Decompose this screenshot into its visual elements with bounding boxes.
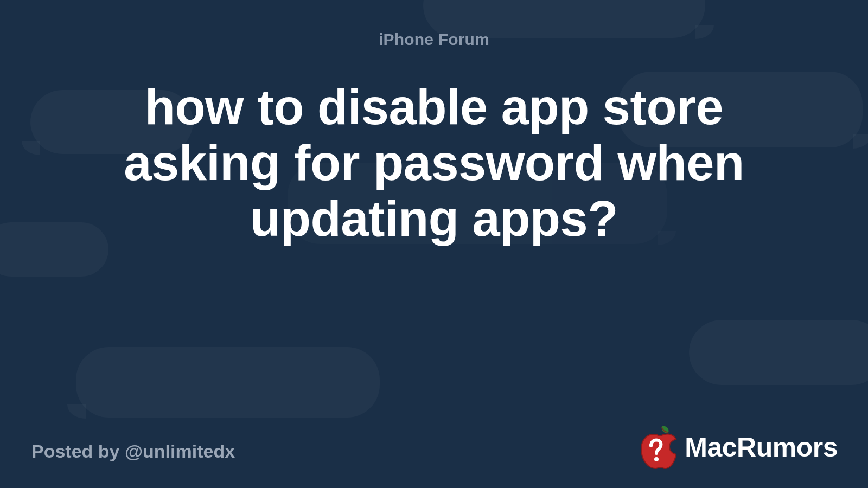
brand-lockup: MacRumors: [637, 425, 838, 470]
thread-title: how to disable app store asking for pass…: [108, 79, 760, 247]
social-card: iPhone Forum how to disable app store as…: [0, 0, 868, 488]
svg-point-0: [654, 457, 659, 461]
posted-by: Posted by @unlimitedx: [31, 441, 235, 462]
brand-name: MacRumors: [685, 432, 838, 463]
macrumors-logo-icon: [637, 425, 677, 470]
forum-category: iPhone Forum: [379, 30, 489, 49]
